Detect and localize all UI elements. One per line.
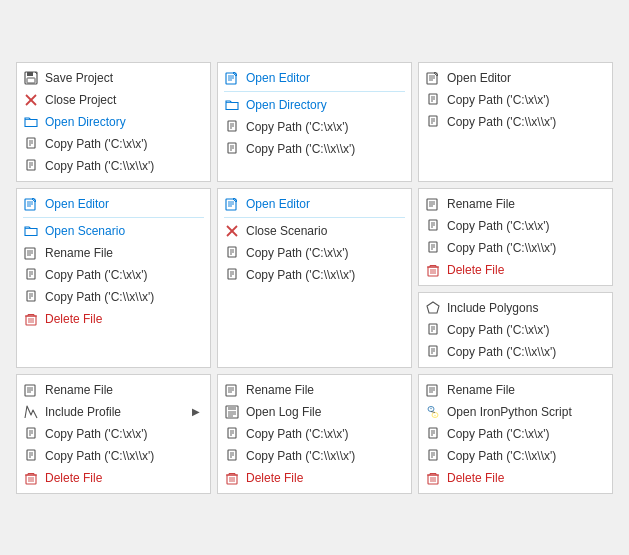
rename-file-4-item[interactable]: Rename File [17,242,210,264]
copy-path-5b-item[interactable]: Copy Path ('C:\\x\\x') [218,264,411,286]
log-icon [224,404,240,420]
delete-file-8-item[interactable]: Delete File [218,467,411,489]
close-scenario-item[interactable]: Close Scenario [218,220,411,242]
include-polygons-item[interactable]: Include Polygons [419,297,612,319]
rename-file-9-item[interactable]: Rename File [419,379,612,401]
copy-path-9b-label: Copy Path ('C:\\x\\x') [447,449,556,463]
delete-file-9-item[interactable]: Delete File [419,467,612,489]
copy-path-icon-9b [425,448,441,464]
open-ironpython-item[interactable]: Open IronPython Script [419,401,612,423]
svg-rect-73 [427,199,437,210]
copy-path-7a-item[interactable]: Copy Path ('C:\x\x') [17,423,210,445]
copy-path-6b2-label: Copy Path ('C:\\x\\x') [447,345,556,359]
delete-icon-4 [23,311,39,327]
copy-path-7b-item[interactable]: Copy Path ('C:\\x\\x') [17,445,210,467]
delete-file-6a-item[interactable]: Delete File [419,259,612,281]
open-editor-4-label: Open Editor [45,197,109,211]
delete-file-7-item[interactable]: Delete File [17,467,210,489]
copy-path-icon-4b [23,289,39,305]
open-editor-3-label: Open Editor [447,71,511,85]
copy-path-6a-1-item[interactable]: Copy Path ('C:\x\x') [419,215,612,237]
copy-path-6b-2-item[interactable]: Copy Path ('C:\\x\\x') [419,341,612,363]
svg-point-145 [430,407,431,408]
copy-path-icon-8b [224,448,240,464]
right-col-mid: Rename File Copy Path ('C:\x\x') [418,188,613,368]
open-editor-3-item[interactable]: Open Editor [419,67,612,89]
copy-path-2b-item[interactable]: Copy Path ('C:\\x\\x') [218,138,411,160]
menu-box-6b: Include Polygons Copy Path ('C:\x\x') [418,292,613,368]
copy-path-4a-item[interactable]: Copy Path ('C:\x\x') [17,264,210,286]
open-directory-2-label: Open Directory [246,98,327,112]
separator-2 [224,91,405,92]
rename-icon-6a [425,196,441,212]
save-project-item[interactable]: Save Project [17,67,210,89]
delete-file-8-label: Delete File [246,471,303,485]
open-scenario-item[interactable]: Open Scenario [17,220,210,242]
separator-4 [23,217,204,218]
copy-path-2a-label: Copy Path ('C:\x\x') [246,120,349,134]
save-project-label: Save Project [45,71,113,85]
copy-path-9a-item[interactable]: Copy Path ('C:\x\x') [419,423,612,445]
rename-file-7-label: Rename File [45,383,113,397]
copy-path-3a-label: Copy Path ('C:\x\x') [447,93,550,107]
copy-path-9b-item[interactable]: Copy Path ('C:\\x\\x') [419,445,612,467]
open-editor-2-item[interactable]: Open Editor [218,67,411,89]
copy-path-5a-item[interactable]: Copy Path ('C:\x\x') [218,242,411,264]
rename-file-7-item[interactable]: Rename File [17,379,210,401]
rename-icon-7 [23,382,39,398]
include-profile-label: Include Profile [45,405,121,419]
open-directory-label: Open Directory [45,115,126,129]
copy-path-2-item[interactable]: Copy Path ('C:\\x\\x') [17,155,210,177]
copy-path-icon-2 [23,158,39,174]
close-project-item[interactable]: Close Project [17,89,210,111]
copy-path-6a-2-item[interactable]: Copy Path ('C:\\x\\x') [419,237,612,259]
open-directory-2-item[interactable]: Open Directory [218,94,411,116]
open-log-file-item[interactable]: Open Log File [218,401,411,423]
delete-file-4-label: Delete File [45,312,102,326]
rename-icon-9 [425,382,441,398]
menu-box-5: Open Editor Close Scenario Copy P [217,188,412,368]
include-profile-item[interactable]: Include Profile ▶ [17,401,210,423]
delete-file-4-item[interactable]: Delete File [17,308,210,330]
menu-box-4: Open Editor Open Scenario Rename [16,188,211,368]
copy-path-7a-label: Copy Path ('C:\x\x') [45,427,148,441]
delete-icon-8 [224,470,240,486]
copy-path-icon-6b2 [425,344,441,360]
copy-path-2b-label: Copy Path ('C:\\x\\x') [246,142,355,156]
copy-path-8b-label: Copy Path ('C:\\x\\x') [246,449,355,463]
menu-box-8: Rename File Open Log File [217,374,412,494]
folder-open-icon [23,114,39,130]
open-directory-item[interactable]: Open Directory [17,111,210,133]
rename-file-6a-item[interactable]: Rename File [419,193,612,215]
rename-file-8-item[interactable]: Rename File [218,379,411,401]
open-editor-5-item[interactable]: Open Editor [218,193,411,215]
copy-path-4b-item[interactable]: Copy Path ('C:\\x\\x') [17,286,210,308]
copy-path-3a-item[interactable]: Copy Path ('C:\x\x') [419,89,612,111]
close-scenario-label: Close Scenario [246,224,327,238]
copy-path-6b-1-item[interactable]: Copy Path ('C:\x\x') [419,319,612,341]
open-editor-2-label: Open Editor [246,71,310,85]
svg-point-146 [434,414,435,415]
menu-box-9: Rename File Open IronPython Script [418,374,613,494]
copy-path-8a-item[interactable]: Copy Path ('C:\x\x') [218,423,411,445]
open-editor-4-item[interactable]: Open Editor [17,193,210,215]
delete-icon-9 [425,470,441,486]
copy-path-icon-6b1 [425,322,441,338]
copy-path-8a-label: Copy Path ('C:\x\x') [246,427,349,441]
copy-path-6b1-label: Copy Path ('C:\x\x') [447,323,550,337]
copy-path-8b-item[interactable]: Copy Path ('C:\\x\\x') [218,445,411,467]
submenu-arrow: ▶ [192,406,200,417]
editor-icon-5 [224,196,240,212]
copy-path-icon-3b [425,114,441,130]
svg-rect-138 [427,385,437,396]
copy-path-3b-item[interactable]: Copy Path ('C:\\x\\x') [419,111,612,133]
copy-path-1-item[interactable]: Copy Path ('C:\x\x') [17,133,210,155]
copy-path-2-label: Copy Path ('C:\\x\\x') [45,159,154,173]
copy-path-4b-label: Copy Path ('C:\\x\\x') [45,290,154,304]
copy-path-5a-label: Copy Path ('C:\x\x') [246,246,349,260]
editor-icon-4 [23,196,39,212]
copy-path-2a-item[interactable]: Copy Path ('C:\x\x') [218,116,411,138]
close-project-label: Close Project [45,93,116,107]
copy-path-icon-8a [224,426,240,442]
open-editor-5-label: Open Editor [246,197,310,211]
